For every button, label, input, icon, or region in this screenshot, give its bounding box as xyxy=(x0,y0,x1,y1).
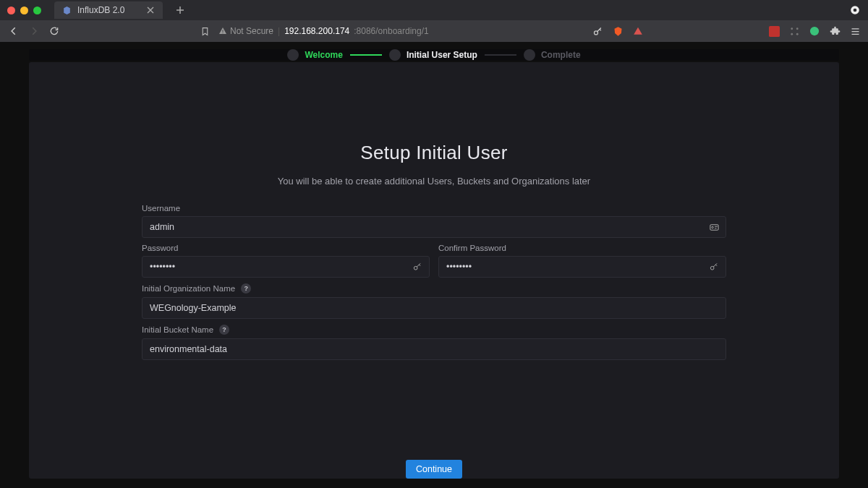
step-label: Welcome xyxy=(305,50,342,60)
bucket-name-label: Initial Bucket Name xyxy=(142,325,213,334)
forward-button[interactable] xyxy=(27,25,41,38)
svg-point-13 xyxy=(414,266,417,270)
svg-rect-2 xyxy=(223,30,224,33)
svg-point-6 xyxy=(791,27,793,30)
step-label: Complete xyxy=(541,50,581,60)
not-secure-label: Not Secure xyxy=(230,26,273,36)
password-key-icon[interactable] xyxy=(708,261,720,273)
reload-button[interactable] xyxy=(48,25,61,38)
bookmark-icon[interactable] xyxy=(198,25,211,38)
confirm-password-input-wrap[interactable] xyxy=(438,256,726,278)
window-maximize-button[interactable] xyxy=(33,7,41,14)
username-group: Username xyxy=(142,204,726,238)
step-dot-icon xyxy=(287,49,299,61)
svg-point-4 xyxy=(594,30,597,34)
org-name-group: Initial Organization Name ? xyxy=(142,283,726,319)
brave-shield-icon[interactable] xyxy=(612,25,624,37)
step-dot-icon xyxy=(389,49,401,61)
browser-toolbar: Not Secure | 192.168.200.174:8086/onboar… xyxy=(0,20,868,42)
window-minimize-button[interactable] xyxy=(20,7,28,14)
password-group: Password xyxy=(142,244,430,278)
password-input[interactable] xyxy=(150,262,422,272)
svg-point-1 xyxy=(854,9,857,12)
svg-rect-3 xyxy=(223,33,224,33)
profile-icon[interactable] xyxy=(849,4,861,16)
password-key-icon[interactable] xyxy=(412,261,423,273)
extensions-puzzle-icon[interactable] xyxy=(829,25,841,37)
confirm-password-input[interactable] xyxy=(446,262,718,272)
green-circle-extension-icon[interactable] xyxy=(809,25,820,37)
svg-point-7 xyxy=(796,27,798,30)
page-title: Setup Initial User xyxy=(360,142,507,164)
step-connector xyxy=(485,54,516,56)
menu-icon[interactable] xyxy=(849,25,861,37)
url-host: 192.168.200.174 xyxy=(284,26,349,36)
confirm-password-label: Confirm Password xyxy=(438,244,726,252)
help-icon[interactable]: ? xyxy=(241,283,251,294)
confirm-password-group: Confirm Password xyxy=(438,244,726,278)
warning-icon xyxy=(218,27,227,35)
step-dot-icon xyxy=(524,49,535,61)
help-icon[interactable]: ? xyxy=(219,325,229,335)
username-input-wrap[interactable] xyxy=(142,216,726,238)
dots-extension-icon[interactable] xyxy=(788,25,800,37)
address-bar[interactable]: Not Secure | 192.168.200.174:8086/onboar… xyxy=(218,26,429,36)
svg-point-10 xyxy=(810,27,819,35)
window-controls xyxy=(7,7,41,14)
browser-titlebar: InfluxDB 2.0 xyxy=(0,0,868,20)
addr-divider: | xyxy=(278,26,280,36)
page-subtitle: You will be able to create additional Us… xyxy=(278,176,590,187)
svg-point-14 xyxy=(710,266,714,270)
tab-title: InfluxDB 2.0 xyxy=(77,5,124,15)
svg-point-8 xyxy=(791,33,793,35)
svg-point-9 xyxy=(796,33,798,35)
main-panel: Setup Initial User You will be able to c… xyxy=(29,62,839,479)
password-label: Password xyxy=(142,244,430,252)
red-extension-icon[interactable] xyxy=(768,25,780,37)
autofill-icon[interactable] xyxy=(708,221,720,233)
step-welcome[interactable]: Welcome xyxy=(287,49,342,61)
username-label: Username xyxy=(142,204,726,213)
browser-tab[interactable]: InfluxDB 2.0 xyxy=(54,1,163,19)
svg-point-12 xyxy=(711,226,713,228)
step-connector xyxy=(350,54,382,56)
password-input-wrap[interactable] xyxy=(142,256,430,278)
not-secure-badge: Not Secure xyxy=(218,26,273,36)
svg-rect-5 xyxy=(769,26,780,37)
org-name-input[interactable] xyxy=(150,303,718,313)
new-tab-button[interactable] xyxy=(171,1,189,19)
toolbar-right xyxy=(592,25,861,37)
back-button[interactable] xyxy=(7,25,20,38)
step-initial-user-setup[interactable]: Initial User Setup xyxy=(389,49,477,61)
username-input[interactable] xyxy=(150,222,718,232)
url-path: :8086/onboarding/1 xyxy=(354,26,428,36)
influxdb-favicon-icon xyxy=(61,5,72,15)
window-close-button[interactable] xyxy=(7,7,15,14)
step-label: Initial User Setup xyxy=(407,50,477,60)
org-name-input-wrap[interactable] xyxy=(142,297,726,319)
bucket-name-group: Initial Bucket Name ? xyxy=(142,325,726,360)
step-complete: Complete xyxy=(524,49,581,61)
stepper: Welcome Initial User Setup Complete xyxy=(29,49,839,61)
warning-extension-icon[interactable] xyxy=(632,25,644,37)
continue-button[interactable]: Continue xyxy=(406,460,462,479)
bucket-name-input-wrap[interactable] xyxy=(142,338,726,360)
close-tab-icon[interactable] xyxy=(145,5,156,15)
footer: Powered by InfluxData xyxy=(29,479,839,488)
key-icon[interactable] xyxy=(592,25,603,37)
org-name-label: Initial Organization Name xyxy=(142,284,235,293)
page-container: Welcome Initial User Setup Complete Setu… xyxy=(0,42,868,488)
bucket-name-input[interactable] xyxy=(150,344,718,354)
setup-form: Username Password xyxy=(142,204,726,366)
